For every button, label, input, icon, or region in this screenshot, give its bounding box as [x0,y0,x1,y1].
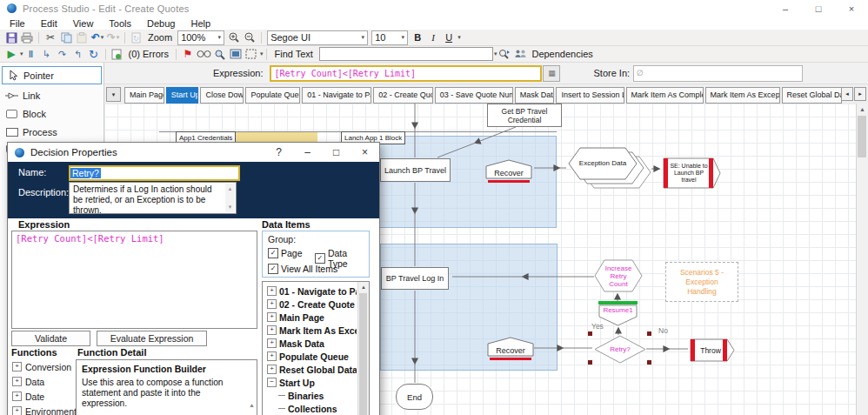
selection-handle[interactable] [588,360,592,365]
name-input[interactable]: Retry? [69,165,240,181]
close-button[interactable]: × [835,0,868,17]
tab-close-down[interactable]: Close Down [200,87,244,104]
expand-icon[interactable]: + [267,351,277,361]
breakpoint-flag-icon[interactable]: ⚑ [180,47,196,61]
restore-button[interactable]: □ [802,0,835,17]
menu-tools[interactable]: Tools [101,18,139,29]
tab-mark-item-as-completed[interactable]: Mark Item As Completed [626,87,704,104]
function-group-environment[interactable]: +Environment [12,404,75,415]
restart-icon[interactable]: ↻ [86,47,102,61]
tab-reset-global-data[interactable]: Reset Global Data [782,87,842,104]
expand-icon[interactable]: + [267,299,277,309]
expand-icon[interactable]: + [12,406,22,415]
tool-block[interactable]: Block [2,106,102,121]
data-item-main-page[interactable]: +Main Page [267,311,357,324]
selection-handle[interactable] [647,331,651,336]
function-group-date[interactable]: +Date [12,389,75,404]
menu-file[interactable]: File [2,18,33,29]
evaluate-expression-button[interactable]: Evaluate Expression [97,331,207,346]
step-over-icon[interactable]: ↷ [55,47,70,61]
select-region-icon[interactable] [244,47,259,61]
tab-populate-queue[interactable]: Populate Queue [245,87,300,104]
expand-icon[interactable]: + [12,377,22,386]
minimize-button[interactable]: – [769,0,802,17]
scroll-thumb[interactable] [858,116,866,157]
tab-01-navigate-to-page[interactable]: 01 - Navigate to Page [302,87,371,104]
search-icon[interactable] [212,47,228,61]
detail-scroll-up-icon[interactable]: ▲ [249,400,255,411]
dialog-close-button[interactable]: × [351,143,379,162]
data-items-scrollbar[interactable]: ▲ [357,282,369,415]
menu-help[interactable]: Help [183,18,218,29]
stage-resume1[interactable]: Resume1 [598,301,638,326]
dependencies-icon[interactable] [512,47,528,61]
stage-get-bp-travel-credential[interactable]: Get BP Travel Credential [487,104,562,127]
checkbox-page[interactable]: ✓ Page [268,248,303,258]
underline-button[interactable]: U [441,30,457,44]
tab-scroll-right-icon[interactable]: ▸ [854,87,866,101]
validate-button[interactable]: Validate [11,331,90,346]
expand-icon[interactable]: + [12,392,22,401]
pause-icon[interactable]: ‖ [23,47,39,61]
data-item-binaries[interactable]: Binaries [267,389,357,402]
select-region-dropdown-icon[interactable]: ▾ [260,50,264,57]
errors-count-label[interactable]: (0) Errors [125,49,172,59]
expand-icon[interactable]: + [267,312,277,322]
dialog-maximize-button[interactable]: □ [322,143,351,162]
description-scrollbar[interactable]: ▲▼ [225,184,235,212]
data-item-mask-data[interactable]: +Mask Data [267,337,357,350]
data-item-collections[interactable]: Collections [267,402,357,415]
expand-icon[interactable]: + [267,338,277,348]
cut-icon[interactable]: ✂ [43,30,58,44]
errors-icon[interactable] [110,47,125,61]
function-group-data[interactable]: +Data [12,374,75,389]
stage-recover-bottom[interactable]: Recover [487,337,534,357]
redo-icon[interactable]: ↷▾ [105,30,121,44]
data-item-02-create-quote[interactable]: +02 - Create Quote [267,298,357,311]
dialog-title-bar[interactable]: Decision Properties ? – □ × [8,143,379,162]
stage-increase-retry-count[interactable]: Increase Retry Count [594,259,643,292]
dialog-expression-input[interactable]: [Retry Count]<[Retry Limit] [11,231,257,329]
dependencies-label[interactable]: Dependencies [528,49,596,59]
zoom-out-icon[interactable] [242,30,257,44]
italic-button[interactable]: I [425,30,441,44]
dialog-help-button[interactable]: ? [264,143,293,162]
data-item-reset-global-data[interactable]: +Reset Global Data [267,363,357,376]
selection-handle[interactable] [647,360,651,365]
expand-icon[interactable]: + [12,362,22,371]
store-in-input[interactable]: ∅ [633,65,803,82]
print-icon[interactable] [19,30,35,44]
scroll-up-icon[interactable]: ▲ [857,104,868,115]
expression-input[interactable]: [Retry Count]<[Retry Limit] [270,65,542,82]
menu-edit[interactable]: Edit [33,18,65,29]
watch-icon[interactable] [196,47,212,61]
tab-mask-data[interactable]: Mask Data [515,87,555,104]
bold-button[interactable]: B [410,30,425,44]
find-text-input[interactable] [319,47,493,61]
tab-scroll-left-icon[interactable]: ◂ [841,87,853,101]
font-family-select[interactable]: Segoe UI▾ [267,30,368,45]
zoom-in-icon[interactable] [226,30,242,44]
dialog-minimize-button[interactable]: – [293,143,322,162]
tab-list-dropdown-icon[interactable]: ▾ [106,87,121,102]
function-group-conversion[interactable]: +Conversion [12,359,75,374]
checkbox-view-all-items[interactable]: ✓ View All Items [268,264,337,274]
find-next-icon[interactable] [497,47,512,61]
menu-debug[interactable]: Debug [139,18,183,29]
step-out-icon[interactable]: ↰ [70,47,86,61]
tool-link[interactable]: Link [2,88,102,103]
collapse-icon[interactable]: − [267,378,277,387]
zoom-select[interactable]: 100%▾ [177,30,224,45]
stage-exception-data[interactable]: Exception Data [568,147,651,189]
tool-pointer[interactable]: Pointer [2,66,102,84]
tab-main-page[interactable]: Main Page [124,87,164,104]
tab-03-save-quote-number[interactable]: 03 - Save Quote Number [435,87,513,104]
stage-end[interactable]: End [396,384,433,410]
data-item-01-navigate-to-page[interactable]: +01 - Navigate to Page [267,284,357,298]
stage-launch-bp-travel[interactable]: Launch BP Travel [380,158,451,182]
fullscreen-icon[interactable] [228,47,244,61]
play-icon[interactable]: ▶ [3,47,19,61]
expand-icon[interactable]: + [267,286,277,296]
copy-icon[interactable] [58,30,74,44]
stage-recover-top[interactable]: Recover [485,159,532,179]
